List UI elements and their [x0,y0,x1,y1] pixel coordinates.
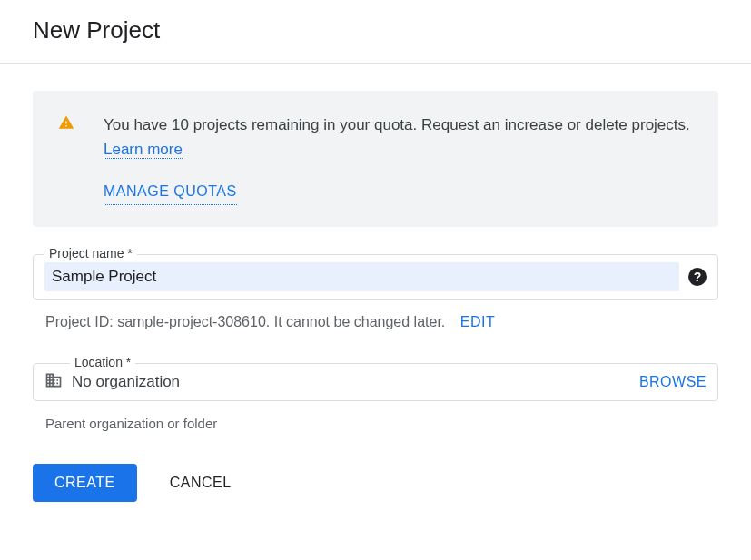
action-buttons: CREATE CANCEL [33,464,718,502]
page-title: New Project [33,16,718,44]
page-header: New Project [0,0,751,64]
learn-more-link[interactable]: Learn more [104,141,183,159]
project-id-prefix: Project ID: [45,314,117,329]
building-icon [44,371,63,393]
quota-banner: You have 10 projects remaining in your q… [33,91,718,227]
project-id-info: Project ID: sample-project-308610. It ca… [33,307,718,330]
warning-icon [58,114,74,134]
edit-project-id-link[interactable]: EDIT [460,314,495,329]
banner-message: You have 10 projects remaining in your q… [104,116,690,133]
location-value: No organization [72,373,630,391]
banner-text: You have 10 projects remaining in your q… [104,113,693,205]
location-field: Location * No organization BROWSE [33,363,718,401]
project-id-value: sample-project-308610 [117,314,266,329]
location-help-text: Parent organization or folder [33,408,718,431]
project-name-field: Project name * ? [33,254,718,300]
manage-quotas-link[interactable]: MANAGE QUOTAS [104,180,237,205]
help-icon[interactable]: ? [688,268,707,286]
location-label: Location * [70,355,135,369]
main-content: You have 10 projects remaining in your q… [0,64,751,529]
project-name-input[interactable] [44,262,679,291]
browse-button[interactable]: BROWSE [639,374,707,390]
cancel-button[interactable]: CANCEL [170,475,232,491]
project-id-suffix: . It cannot be changed later. [266,314,445,329]
project-name-label: Project name * [44,246,137,260]
create-button[interactable]: CREATE [33,464,137,502]
